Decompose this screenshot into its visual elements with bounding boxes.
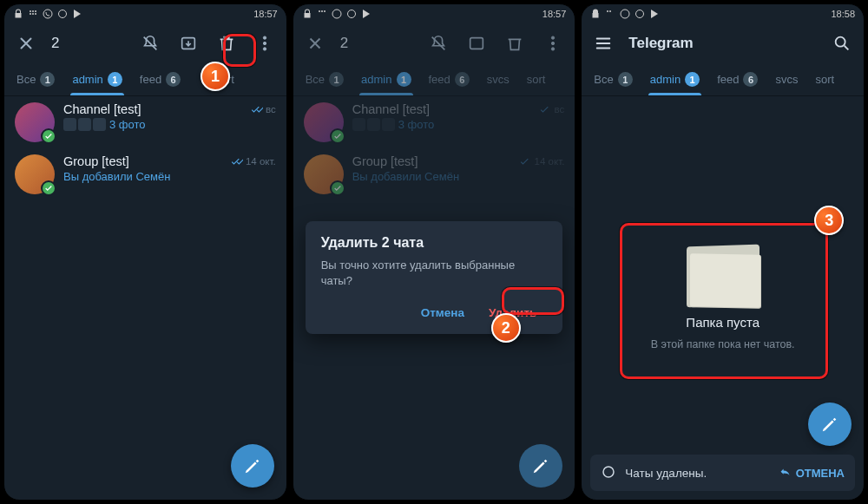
svg-point-1 — [32, 10, 34, 12]
dialog-title: Удалить 2 чата — [321, 235, 548, 251]
viber-icon — [346, 9, 357, 19]
whatsapp-icon — [43, 9, 53, 19]
delete-button[interactable] — [498, 27, 531, 60]
screen-3: 18:58 Telegram Все1 admin1 feed6 svcs so… — [581, 3, 865, 501]
chat-row[interactable]: Channel [test]вс 3 фото — [4, 96, 286, 148]
tab-sort[interactable]: sort — [518, 63, 555, 95]
avatar — [15, 154, 55, 194]
svg-point-24 — [636, 10, 644, 18]
folder-tabs: Все1 admin1 feed6 sort — [4, 63, 286, 96]
screen-2: 18:57 2 Все1 admin1 feed6 svcs sort Chan… — [293, 3, 576, 501]
chat-name: Channel [test] — [63, 102, 141, 116]
close-selection-button[interactable] — [299, 27, 332, 60]
tab-all[interactable]: Все1 — [8, 63, 63, 95]
tab-svcs[interactable]: svcs — [766, 63, 806, 95]
app-title: Telegram — [628, 35, 693, 52]
tab-feed[interactable]: feed6 — [708, 63, 766, 95]
svg-point-16 — [347, 10, 355, 18]
selected-check-icon — [41, 128, 56, 144]
step-badge-2: 2 — [491, 313, 521, 343]
tab-all[interactable]: Все1 — [297, 63, 352, 95]
progress-icon — [601, 464, 616, 482]
snackbar-undo-button[interactable]: ОТМЕНА — [779, 467, 845, 480]
status-bar: 18:57 — [4, 4, 286, 23]
svg-point-6 — [43, 10, 52, 18]
lock-icon — [302, 9, 312, 19]
menu-button[interactable] — [587, 27, 620, 60]
avatar — [15, 102, 55, 142]
svg-point-19 — [552, 42, 555, 44]
selection-app-bar: 2 — [293, 23, 575, 63]
lock-icon — [13, 9, 23, 19]
status-left-icons — [590, 9, 660, 19]
thumbnail-icon — [63, 118, 106, 131]
selection-count: 2 — [340, 35, 348, 52]
whatsapp-icon — [332, 9, 342, 19]
tab-admin[interactable]: admin1 — [63, 63, 130, 95]
status-bar: 18:58 — [582, 4, 864, 23]
tab-sort[interactable]: sort — [806, 63, 843, 95]
svg-point-0 — [30, 10, 31, 12]
snackbar-text: Чаты удалены. — [625, 467, 707, 480]
compose-fab[interactable] — [231, 444, 274, 488]
tab-admin[interactable]: admin1 — [641, 63, 708, 95]
undo-snackbar: Чаты удалены. ОТМЕНА — [590, 455, 855, 491]
svg-point-26 — [603, 467, 614, 477]
more-button[interactable] — [536, 27, 569, 60]
pencil-icon — [820, 415, 839, 434]
play-icon — [72, 9, 82, 19]
avatar — [304, 154, 344, 194]
play-icon — [361, 9, 372, 19]
tab-admin[interactable]: admin1 — [352, 63, 419, 95]
svg-point-25 — [836, 37, 845, 47]
chat-row[interactable]: Group [test]14 окт. Вы добавили Семён — [4, 148, 286, 200]
chat-row: Channel [test]вс3 фото — [293, 96, 575, 148]
selection-count: 2 — [51, 35, 59, 52]
status-left-icons — [302, 9, 372, 19]
compose-fab — [519, 444, 562, 488]
tab-feed[interactable]: feed6 — [131, 63, 189, 95]
archive-button[interactable] — [172, 27, 205, 60]
svg-point-14 — [324, 10, 326, 12]
svg-point-20 — [552, 48, 555, 50]
status-clock: 18:57 — [253, 9, 278, 19]
chat-list: Channel [test]вс3 фото Group [test]14 ок… — [293, 96, 575, 200]
svg-point-23 — [621, 10, 629, 18]
svg-rect-17 — [470, 38, 483, 49]
step-highlight-3 — [620, 223, 828, 379]
dialog-text: Вы точно хотите удалить выбранные чаты? — [321, 258, 548, 288]
tab-svcs[interactable]: svcs — [478, 63, 518, 95]
pencil-icon — [531, 456, 550, 475]
main-app-bar: Telegram — [582, 23, 864, 63]
tab-all[interactable]: Все1 — [585, 63, 641, 95]
undo-icon — [779, 467, 792, 480]
chat-preview: Вы добавили Семён — [63, 170, 276, 183]
svg-point-21 — [607, 10, 608, 12]
svg-point-18 — [552, 36, 555, 39]
folder-tabs: Все1 admin1 feed6 svcs sort — [293, 63, 575, 96]
whatsapp-icon — [620, 9, 630, 19]
svg-point-10 — [263, 42, 266, 44]
dialog-cancel-button[interactable]: Отмена — [411, 300, 475, 325]
avatar — [304, 102, 344, 142]
status-left-icons — [13, 9, 82, 19]
mute-button[interactable] — [422, 27, 455, 60]
mute-button[interactable] — [134, 27, 167, 60]
pencil-icon — [243, 456, 262, 475]
delete-confirm-dialog: Удалить 2 чата Вы точно хотите удалить в… — [306, 221, 563, 334]
svg-point-9 — [263, 36, 266, 39]
tab-feed[interactable]: feed6 — [420, 63, 478, 95]
grid-icon — [605, 9, 615, 19]
svg-point-12 — [319, 10, 320, 12]
chat-row: Group [test]14 окт.Вы добавили Семён — [293, 148, 575, 200]
step-highlight-1 — [223, 34, 256, 67]
search-button[interactable] — [825, 27, 858, 60]
svg-point-7 — [59, 10, 67, 18]
folder-tabs: Все1 admin1 feed6 svcs sort — [582, 63, 864, 96]
read-check-icon — [231, 155, 243, 167]
compose-fab[interactable] — [808, 403, 852, 446]
read-check-icon — [251, 103, 263, 115]
status-bar: 18:57 — [293, 4, 575, 23]
archive-button[interactable] — [460, 27, 493, 60]
close-selection-button[interactable] — [10, 27, 43, 60]
